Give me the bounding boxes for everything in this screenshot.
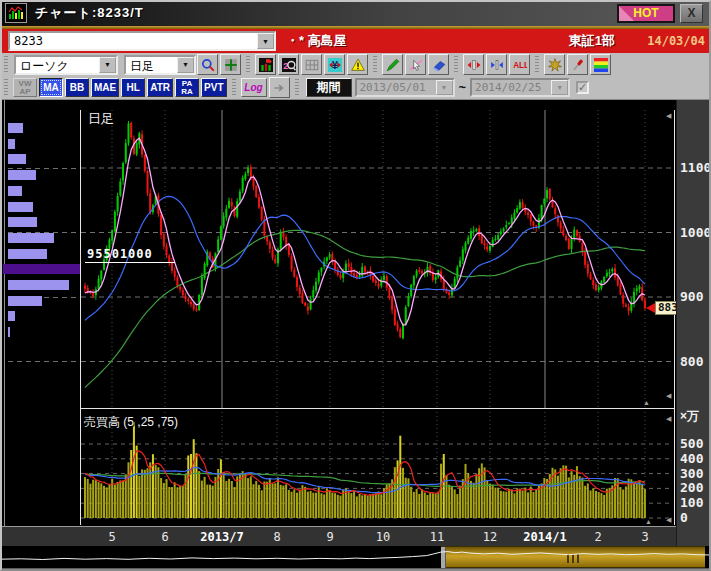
workspace-groove [4,100,5,526]
period-from-dropdown-icon[interactable]: ▼ [436,80,453,95]
period-to-dropdown-icon[interactable]: ▼ [551,80,568,95]
link-button[interactable] [269,77,290,98]
palette-icon[interactable] [590,54,611,75]
volume-profile-bar [8,327,10,337]
chart-type-value[interactable]: ローソク [16,57,99,73]
volume-pane-label: 売買高 (5 ,25 ,75) [84,414,178,431]
timeframe-dropdown-icon[interactable]: ▼ [177,57,194,73]
volume-profile-bar [8,154,26,164]
toolbar-grip[interactable] [232,79,236,96]
toolbar-grip[interactable] [246,56,250,73]
burst-icon[interactable] [544,54,565,75]
toolbar-grip[interactable] [535,56,539,73]
volume-tick-label: 300 [680,466,703,481]
profile-gridline [8,168,81,169]
volume-profile-bar [8,217,37,227]
volume-tick-label: 200 [680,480,703,495]
volume-profile-bar [8,170,36,180]
period-from-value[interactable]: 2013/05/01 [357,80,436,95]
market-label: 東証1部 [569,32,615,50]
eraser-icon[interactable] [428,54,449,75]
time-tick-label: 12 [483,530,497,544]
period-from-combo[interactable]: 2013/05/01 ▼ [355,78,455,97]
toolbar-grip[interactable] [4,79,8,96]
indicator-ma-button[interactable]: MA [39,78,63,97]
expand-bars-icon[interactable] [463,54,484,75]
stock-code-input[interactable]: 8233 [10,33,257,49]
grid-off-icon[interactable] [301,54,322,75]
chart-type-dropdown-icon[interactable]: ▼ [99,57,116,73]
time-tick-label: 11 [430,530,444,544]
indicator-hl-button[interactable]: HL [121,78,145,97]
history-minimap[interactable] [0,546,711,568]
indicator-mae-button[interactable]: MAE [91,78,119,97]
volume-unit-label: ×万 [680,408,699,425]
title-bar[interactable]: チャート:8233/T HOT X [0,0,711,26]
scroll-down-arrow[interactable]: ◀ [666,516,671,523]
volume-tick-label: 100 [680,495,703,510]
price-tick-label: 1100 [680,160,711,175]
alert-icon[interactable] [347,54,368,75]
date-label: 14/03/04 [647,34,705,48]
indicator-vwap-button[interactable]: VWAP [13,78,37,97]
stock-code-dropdown-icon[interactable]: ▼ [257,33,274,49]
indicator-bb-button[interactable]: BB [65,78,89,97]
indicator-para-button[interactable]: PARA [175,78,199,97]
volume-profile-bar [8,186,22,196]
pane-resize-arrow[interactable]: ▲ [645,518,652,525]
scroll-up-arrow[interactable]: ◀ [666,415,671,422]
time-tick-label: 8 [273,530,280,544]
window-title: チャート:8233/T [35,4,144,22]
shrink-bars-icon[interactable] [486,54,507,75]
time-tick-label: 2013/7 [200,530,243,544]
scroll-up-arrow[interactable]: ◀ [666,112,671,119]
indicator-toolbar: VWAPMABBMAEHLATRPARAPVT Log 期間 2013/05/0… [0,76,711,100]
period-to-value[interactable]: 2014/02/25 [472,80,551,95]
pane-resize-arrow[interactable]: ▲ [643,399,650,406]
pencil-icon[interactable] [382,54,403,75]
cursor-line-icon[interactable] [405,54,426,75]
volume-at-price-label: 95501000 [85,247,175,263]
time-tick-label: 3 [641,530,648,544]
pane-divider[interactable] [81,408,674,409]
stock-code-combo[interactable]: 8233 ▼ [8,31,276,51]
zoom-2-icon[interactable]: 2 [278,54,299,75]
all-bars-icon[interactable]: ALL [509,54,530,75]
chart-pointer-icon[interactable] [255,54,276,75]
log-scale-button[interactable]: Log [241,78,267,97]
volume-profile-bar-highlight [3,264,81,274]
scroll-down-arrow[interactable]: ◀ [666,392,671,399]
volume-tick-label: 400 [680,451,703,466]
timeframe-combo[interactable]: 日足 ▼ [124,55,196,75]
volume-profile-bar [8,202,33,212]
toolbar-grip[interactable] [454,56,458,73]
indicator-atr-button[interactable]: ATR [147,78,173,97]
price-pane-label: 日足 [88,110,114,128]
volume-tick-label: 0 [680,510,688,525]
chart-toolbar: ローソク ▼ 日足 ▼ 2¥ALL [0,53,711,76]
time-tick-label: 9 [326,530,333,544]
app-icon [5,3,27,23]
chart-workspace: 日足 売買高 (5 ,25 ,75) 95501000 883 ◀ ◀ ▲ ◀ … [0,100,711,526]
chart-type-combo[interactable]: ローソク ▼ [14,55,118,75]
period-tilde: ~ [459,80,467,95]
period-button[interactable]: 期間 [306,78,352,97]
timeframe-value[interactable]: 日足 [126,57,177,73]
screwdriver-icon[interactable] [567,54,588,75]
period-checkbox[interactable]: ✓ [576,81,589,94]
close-button[interactable]: X [680,4,703,23]
time-tick-label: 6 [161,530,168,544]
toolbar-grip[interactable] [295,79,299,96]
toolbar-grip[interactable] [373,56,377,73]
time-tick-label: 2 [594,530,601,544]
zoom-icon[interactable] [197,54,218,75]
period-to-combo[interactable]: 2014/02/25 ▼ [470,78,570,97]
toolbar-grip[interactable] [4,56,8,73]
volume-tick-label: 500 [680,436,703,451]
crosshair-grid-icon[interactable] [220,54,241,75]
hot-button[interactable]: HOT [617,4,675,23]
stock-name-label: ・* 高島屋 [286,32,347,50]
indicator-pvt-button[interactable]: PVT [201,78,226,97]
yen-scale-icon[interactable]: ¥ [324,54,345,75]
volume-profile-bar [8,233,54,243]
